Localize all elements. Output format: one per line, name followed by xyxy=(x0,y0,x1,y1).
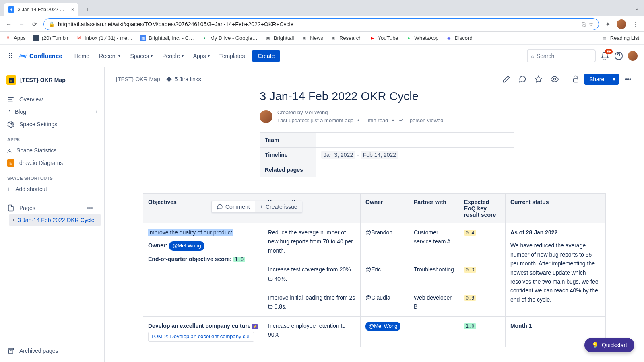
overview-icon xyxy=(7,96,14,103)
kr-cell[interactable]: Increase employee retention to 90% xyxy=(263,316,361,347)
owner-cell[interactable]: @Mel Wong xyxy=(361,316,409,347)
bookmark-gmail[interactable]: MInbox (1,431) - me… xyxy=(76,35,132,41)
back-button[interactable]: ← xyxy=(5,21,13,27)
apps-shortcut[interactable]: ⠿Apps xyxy=(5,35,26,41)
install-icon[interactable]: ⎘ xyxy=(582,21,585,27)
author-avatar[interactable] xyxy=(260,110,272,123)
sidebar-archived[interactable]: Archived pages xyxy=(3,344,101,357)
more-actions-icon[interactable]: ••• xyxy=(623,74,633,84)
objective-cell[interactable]: Develop an excellent company culture ⚡ T… xyxy=(143,316,263,347)
star-page-icon[interactable] xyxy=(533,74,544,85)
status-cell[interactable]: As of 28 Jan 2022 We have reduced the av… xyxy=(505,223,605,317)
notifications-icon[interactable]: 9+ xyxy=(601,51,609,60)
pages-more-icon[interactable]: ••• xyxy=(87,205,93,211)
partner-cell[interactable] xyxy=(409,316,459,347)
score-cell[interactable]: 1.0 xyxy=(459,316,505,347)
bookmark-drive[interactable]: ▲My Drive - Google… xyxy=(201,35,258,41)
restrictions-icon[interactable] xyxy=(572,75,580,83)
bookmark-folder-news[interactable]: ▣News xyxy=(301,35,323,41)
share-dropdown[interactable]: ▾ xyxy=(609,74,619,85)
selection-toolbar: Comment +Create issue xyxy=(211,201,302,213)
help-icon[interactable] xyxy=(614,51,623,60)
sidebar-overview[interactable]: Overview xyxy=(3,93,101,106)
star-icon[interactable]: ☆ xyxy=(588,21,594,27)
owner-cell[interactable]: @Eric xyxy=(361,260,409,288)
search-input[interactable]: ⌕ Search xyxy=(527,49,596,62)
bookmark-folder-brighttail[interactable]: ▣Brighttail xyxy=(265,35,294,41)
reload-button[interactable]: ⟳ xyxy=(31,21,39,27)
pages-add-icon[interactable]: + xyxy=(95,205,99,211)
bookmark-folder-research[interactable]: ▣Research xyxy=(330,35,362,41)
info-related-value[interactable] xyxy=(316,162,514,177)
nav-home[interactable]: Home xyxy=(70,50,93,62)
quickstart-button[interactable]: 💡 Quickstart xyxy=(584,338,634,352)
partner-cell[interactable]: Customer service team A xyxy=(409,223,459,260)
score-cell[interactable]: 0.4 xyxy=(459,223,505,260)
user-avatar[interactable] xyxy=(628,51,638,61)
new-tab-button[interactable]: + xyxy=(82,4,93,15)
info-team-value[interactable] xyxy=(316,133,514,148)
inline-comment-button[interactable]: Comment xyxy=(212,201,255,212)
sidebar-pages[interactable]: Pages •••+ xyxy=(3,202,101,214)
objective-title-selected: Improve the quality of our product. xyxy=(148,229,233,236)
window-expand-icon[interactable]: ⌄ xyxy=(634,5,639,11)
owner-cell[interactable]: @Brandon xyxy=(361,223,409,260)
info-timeline-value[interactable]: Jan 3, 2022 - Feb 14, 2022 xyxy=(316,148,514,162)
score-cell[interactable]: 0.3 xyxy=(459,260,505,288)
created-by: Created by Mel Wong xyxy=(277,109,444,117)
url-input[interactable]: 🔒 brighttail.atlassian.net/wiki/spaces/T… xyxy=(43,18,599,30)
objective-cell[interactable]: Improve the quality of our product. Owne… xyxy=(143,223,263,317)
owner-mention[interactable]: @Mel Wong xyxy=(365,322,400,331)
kr-cell[interactable]: Increase test coverage from 20% to 40%. xyxy=(263,260,361,288)
profile-avatar[interactable] xyxy=(617,19,626,29)
forward-button[interactable]: → xyxy=(18,21,26,27)
create-button[interactable]: Create xyxy=(252,50,280,62)
sidebar-drawio[interactable]: ⊞draw.io Diagrams xyxy=(3,156,101,169)
extensions-icon[interactable]: ✦ xyxy=(604,21,612,27)
last-updated[interactable]: Last updated: just a moment ago xyxy=(277,117,353,125)
owner-mention[interactable]: @Mel Wong xyxy=(169,241,204,251)
nav-recent[interactable]: Recent▾ xyxy=(95,50,124,62)
create-issue-button[interactable]: +Create issue xyxy=(255,201,302,212)
watch-icon[interactable] xyxy=(549,74,560,85)
bookmark-discord[interactable]: ◉Discord xyxy=(446,35,473,41)
add-blog-icon[interactable]: + xyxy=(95,109,98,115)
nav-spaces[interactable]: Spaces▾ xyxy=(126,50,157,62)
jira-links-button[interactable]: 5 Jira links xyxy=(166,76,201,82)
table-row: Develop an excellent company culture ⚡ T… xyxy=(143,316,606,347)
lightbulb-icon: 💡 xyxy=(592,342,599,348)
comment-icon[interactable] xyxy=(517,74,528,85)
owner-cell[interactable]: @Claudia xyxy=(361,288,409,316)
score-cell[interactable]: 0.3 xyxy=(459,288,505,316)
jira-issue-link[interactable]: TOM-2: Develop an excellent company cul- xyxy=(148,332,254,342)
confluence-logo[interactable]: Confluence xyxy=(18,51,62,61)
close-tab-icon[interactable]: × xyxy=(71,6,74,13)
nav-people[interactable]: People▾ xyxy=(158,50,188,62)
browser-menu-icon[interactable]: ⋮ xyxy=(631,21,639,27)
page-views[interactable]: 1 person viewed xyxy=(405,117,444,125)
reading-list[interactable]: ▤Reading List xyxy=(601,35,639,41)
edit-icon[interactable] xyxy=(501,74,512,85)
browser-tab[interactable]: ✦ 3 Jan-14 Feb 2022 OKR Cycle × xyxy=(4,3,78,16)
info-team-label: Team xyxy=(260,133,316,148)
sidebar-add-shortcut[interactable]: +Add shortcut xyxy=(3,183,101,195)
sidebar-blog[interactable]: ”Blog+ xyxy=(3,106,101,118)
kr-cell[interactable]: Reduce the average number of new bug rep… xyxy=(263,223,361,260)
sidebar-space-statistics[interactable]: ◬Space Statistics xyxy=(3,144,101,156)
jira-epic-icon[interactable]: ⚡ xyxy=(252,324,258,329)
app-switcher-icon[interactable]: ⠿ xyxy=(6,50,15,62)
page-tree-item-active[interactable]: 3 Jan-14 Feb 2022 OKR Cycle xyxy=(9,214,101,226)
partner-cell[interactable]: Web developer B xyxy=(409,288,459,316)
bookmark-tumblr[interactable]: t(20) Tumblr xyxy=(33,35,68,41)
bookmark-youtube[interactable]: ▶YouTube xyxy=(369,35,398,41)
nav-templates[interactable]: Templates xyxy=(215,50,249,62)
nav-apps[interactable]: Apps▾ xyxy=(189,50,214,62)
share-button[interactable]: Share xyxy=(584,74,609,85)
kr-cell[interactable]: Improve initial loading time from 2s to … xyxy=(263,288,361,316)
partner-cell[interactable]: Troubleshooting xyxy=(409,260,459,288)
bookmark-whatsapp[interactable]: ●WhatsApp xyxy=(406,35,439,41)
space-header[interactable]: ▦ [TEST} OKR Map xyxy=(3,72,101,88)
sidebar-settings[interactable]: Space Settings xyxy=(3,118,101,131)
bookmark-brighttail-doc[interactable]: ▦Brighttail, Inc. - C… xyxy=(140,35,194,41)
breadcrumb[interactable]: [TEST} OKR Map xyxy=(116,76,160,82)
